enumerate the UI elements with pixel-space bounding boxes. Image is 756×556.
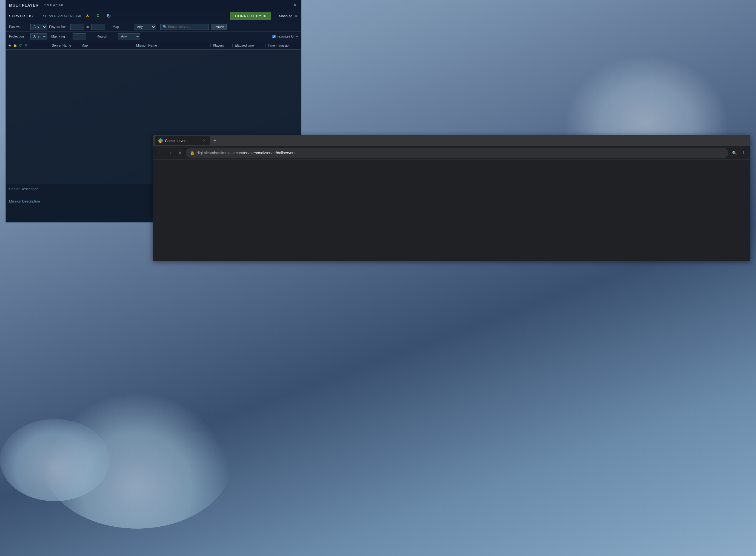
favorites-only-label: Favorites Only xyxy=(277,35,298,38)
th-elapsed-time[interactable]: Elapsed time xyxy=(232,43,265,47)
chrome-url-display: digitalcombatsimulator.comhttps://digita… xyxy=(197,151,295,155)
th-map[interactable]: Map xyxy=(79,43,134,47)
to-label: to xyxy=(86,25,89,29)
eye-icon: 👁 xyxy=(85,14,90,19)
region-filter-label: Region xyxy=(97,35,116,38)
table-header: ★ 🔒 🛡 🎙 Server Name Map Mission Name Pla… xyxy=(6,41,301,49)
password-filter-select[interactable]: Any xyxy=(30,24,47,30)
servers-players-label: SERVERS/PLAYERS: 0/0 xyxy=(43,14,81,18)
max-ping-label: Max Ping xyxy=(51,35,70,38)
refresh-icon: ↻ xyxy=(107,13,111,19)
headset-icon-button[interactable]: 🎙 xyxy=(95,12,102,20)
refresh-icon-button[interactable]: ↻ xyxy=(105,12,112,20)
favorites-only-container: Favorites Only xyxy=(272,35,298,38)
th-server-name[interactable]: Server Name xyxy=(49,43,79,47)
chrome-toolbar: ← → ✕ 🔒 digitalcombatsimulator.comhttps:… xyxy=(153,146,750,160)
window-title: MULTIPLAYER xyxy=(9,3,39,7)
chrome-share-icon: ⤴ xyxy=(742,151,744,155)
chrome-tab-close-button[interactable]: ✕ xyxy=(202,138,207,143)
search-input[interactable] xyxy=(168,25,206,29)
chrome-tabs-bar: Game servers ✕ + xyxy=(153,135,750,146)
players-from-label: Players from xyxy=(49,25,68,29)
chrome-reload-icon: ✕ xyxy=(178,150,182,155)
cloud-decoration-2 xyxy=(0,419,110,501)
players-from-input[interactable] xyxy=(70,24,84,30)
max-ping-input[interactable] xyxy=(73,33,86,39)
chrome-tab-title: Game servers xyxy=(165,139,187,143)
th-time-in-mission[interactable]: Time in mission xyxy=(265,43,301,47)
headset-icon: 🎙 xyxy=(96,14,100,19)
eye-icon-button[interactable]: 👁 xyxy=(84,12,91,20)
chrome-content-area xyxy=(153,160,750,261)
chrome-forward-icon: → xyxy=(168,150,172,155)
th-mission-name[interactable]: Mission Name xyxy=(134,43,211,47)
map-filter-label: Map xyxy=(113,25,132,29)
chrome-back-button[interactable]: ← xyxy=(156,149,164,157)
protection-filter-select[interactable]: Any xyxy=(30,33,47,39)
favorites-only-checkbox[interactable] xyxy=(272,35,276,38)
search-container: 🔍 xyxy=(160,24,209,30)
chrome-favicon xyxy=(158,138,163,143)
th-icons: ★ 🔒 🛡 🎙 xyxy=(6,43,28,48)
lock-column-icon: 🔒 xyxy=(13,43,17,47)
close-button[interactable]: ✕ xyxy=(291,2,298,8)
filter-row-1: Password Any Players from to Map Any 🔍 R… xyxy=(6,22,301,32)
server-list-label: SERVER LIST xyxy=(9,14,35,18)
players-to-input[interactable] xyxy=(91,24,105,30)
refresh-button[interactable]: Refresh xyxy=(211,24,227,30)
edit-username-icon[interactable]: ✏ xyxy=(295,14,298,19)
map-filter-select[interactable]: Any xyxy=(134,24,156,30)
chrome-zoom-icon: 🔍 xyxy=(732,151,737,155)
chrome-zoom-button[interactable]: 🔍 xyxy=(730,149,738,157)
filter-row-2: Protection Any Max Ping Region Any Favor… xyxy=(6,32,301,41)
title-bar: MULTIPLAYER 2.9.0.47168 ✕ xyxy=(6,0,301,10)
chrome-forward-button[interactable]: → xyxy=(166,149,174,157)
chrome-new-tab-button[interactable]: + xyxy=(211,137,219,144)
password-filter-label: Password xyxy=(9,25,28,29)
region-filter-select[interactable]: Any xyxy=(118,33,140,39)
headset-column-icon: 🎙 xyxy=(24,43,28,48)
username-label: Mash.sg xyxy=(279,14,292,18)
version-label: 2.9.0.47168 xyxy=(44,3,63,7)
chrome-tab-game-servers[interactable]: Game servers ✕ xyxy=(155,136,210,145)
chrome-address-bar[interactable]: 🔒 digitalcombatsimulator.comhttps://digi… xyxy=(186,148,728,158)
connect-by-ip-button[interactable]: CONNECT BY IP xyxy=(230,12,271,20)
server-list-header: SERVER LIST SERVERS/PLAYERS: 0/0 👁 🎙 ↻ C… xyxy=(6,10,301,22)
th-players[interactable]: Players xyxy=(211,43,232,47)
chrome-reload-button[interactable]: ✕ xyxy=(176,149,184,157)
chrome-lock-icon: 🔒 xyxy=(190,151,194,155)
shield-column-icon: 🛡 xyxy=(19,43,23,48)
chrome-share-button[interactable]: ⤴ xyxy=(739,149,747,157)
protection-filter-label: Protection xyxy=(9,35,28,38)
chrome-back-icon: ← xyxy=(158,150,162,155)
username-area: Mash.sg ✏ xyxy=(279,14,298,19)
chrome-browser-window: Game servers ✕ + ← → ✕ 🔒 digitalcombatsi… xyxy=(153,135,750,261)
chrome-toolbar-right: 🔍 ⤴ xyxy=(730,149,747,157)
star-column-icon: ★ xyxy=(8,43,11,48)
search-icon: 🔍 xyxy=(163,25,167,29)
